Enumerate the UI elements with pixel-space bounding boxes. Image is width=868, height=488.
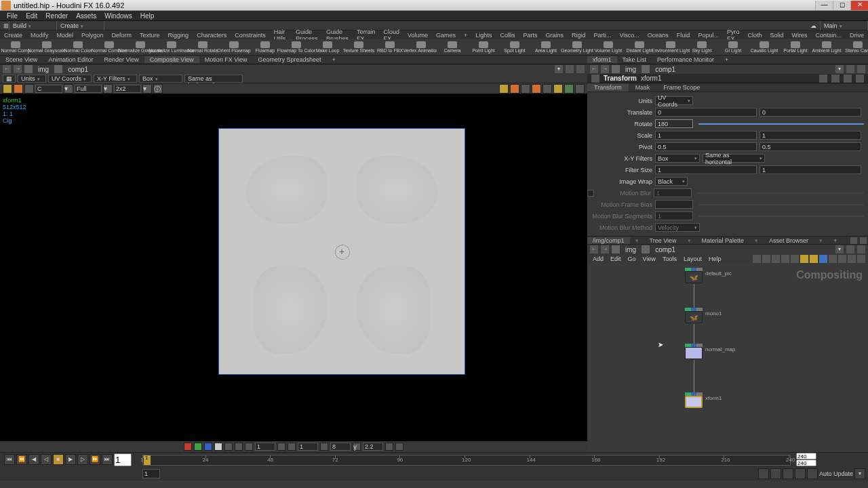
link-icon[interactable] [576, 65, 585, 73]
nettab[interactable]: /img/comp1 [587, 237, 630, 244]
net-icon[interactable] [762, 255, 770, 263]
shelftab[interactable]: Polygon [77, 32, 108, 39]
text-icon[interactable] [395, 443, 403, 451]
shelftab[interactable]: Create [0, 32, 26, 39]
info-icon[interactable] [856, 75, 864, 83]
back-button[interactable]: ← [590, 65, 598, 73]
shelf-tool[interactable]: Texture Sheets [343, 40, 374, 55]
stop[interactable]: ■ [53, 454, 64, 465]
parmtab[interactable]: Performance Monitor [652, 56, 719, 63]
history-dropdown[interactable]: ▾ [835, 245, 844, 253]
net-toggle[interactable] [860, 237, 867, 244]
breadcrumb[interactable]: comp1 [65, 66, 91, 73]
netmenu[interactable]: Help [706, 256, 724, 262]
translate-y[interactable] [760, 108, 861, 117]
menu-help[interactable]: Help [136, 12, 159, 20]
shelf-tool[interactable]: RBD to FBX [374, 40, 406, 55]
breadcrumb[interactable]: comp1 [652, 246, 678, 253]
gear-icon[interactable] [857, 255, 865, 263]
minimize-button[interactable]: — [815, 1, 833, 10]
lock-icon[interactable] [807, 468, 818, 479]
menu-render[interactable]: Render [41, 12, 72, 20]
node-name[interactable]: xform1 [641, 75, 662, 82]
breadcrumb[interactable]: img [623, 66, 639, 73]
link-icon[interactable] [857, 245, 865, 253]
pin-icon[interactable] [846, 65, 854, 73]
shelftab[interactable]: Games [432, 32, 460, 39]
info-icon[interactable]: ⓘ [153, 84, 163, 94]
parm-tab[interactable]: Mask [629, 83, 657, 92]
scale-y[interactable] [760, 131, 861, 140]
view-mode-icon[interactable]: ▦ [3, 75, 16, 83]
net-icon[interactable] [810, 255, 818, 263]
breadcrumb[interactable]: img [623, 246, 639, 253]
plane-input[interactable] [35, 85, 62, 93]
shelftab-add[interactable]: + [460, 32, 471, 39]
parmtab[interactable]: xform1 [587, 56, 617, 63]
dropdown-icon[interactable]: ▾ [854, 468, 865, 479]
rotate-slider[interactable] [698, 123, 864, 125]
value-input[interactable] [330, 443, 351, 451]
pivot-y[interactable] [760, 142, 861, 151]
end-frame-a[interactable] [796, 453, 816, 460]
shelftab[interactable]: Collis [496, 32, 519, 39]
uvcoords-select[interactable]: UV Coords [48, 75, 92, 83]
shelftab[interactable]: Lights [471, 32, 496, 39]
shelf-tool[interactable]: Normalize Luminance [156, 40, 187, 55]
toggle-icon[interactable] [553, 84, 563, 94]
value-input[interactable] [255, 443, 275, 451]
composite-viewport[interactable]: xform1 512x512 1: 1 Cig [0, 94, 587, 441]
slider-icon[interactable] [277, 443, 285, 451]
main-dropdown[interactable]: Main [821, 21, 868, 30]
shelftab[interactable]: Parts [519, 32, 541, 39]
toggle-icon[interactable] [564, 84, 574, 94]
shelftab[interactable]: Solid [766, 32, 787, 39]
cloud-icon[interactable]: ☁ [807, 21, 821, 30]
viewtab[interactable]: Render View [98, 56, 144, 63]
nettab[interactable]: Asset Browser [764, 237, 814, 244]
menu-windows[interactable]: Windows [100, 12, 136, 20]
shelftab[interactable]: Characters [193, 32, 231, 39]
shelf-tool[interactable]: Point Light [468, 40, 499, 55]
gear-icon[interactable] [819, 75, 827, 83]
viewtab[interactable]: Animation Editor [43, 56, 98, 63]
shelf-tool[interactable]: Area Light [530, 40, 561, 55]
net-icon[interactable] [772, 255, 780, 263]
help-icon[interactable] [844, 75, 852, 83]
horiz-select[interactable]: Same as horizontal [184, 75, 243, 83]
shelf-tool[interactable]: Orient Flowmap [218, 40, 250, 55]
end-frame-b[interactable] [796, 460, 816, 466]
play-back[interactable]: ◁ [41, 454, 52, 465]
viewtab[interactable]: Composite View [144, 56, 199, 63]
back-button[interactable]: ← [3, 65, 11, 73]
wrap-select[interactable]: Black [655, 177, 688, 186]
back-button[interactable]: ← [590, 245, 598, 253]
prev-key[interactable]: ⏪ [16, 454, 27, 465]
box-select[interactable]: Box [139, 75, 182, 83]
shelftab[interactable]: Wires [787, 32, 811, 39]
shelftab[interactable]: Model [53, 32, 78, 39]
link-icon[interactable] [857, 65, 865, 73]
shelftab[interactable]: Fluid [673, 32, 694, 39]
net-icon[interactable] [791, 255, 799, 263]
bright-icon[interactable] [288, 443, 296, 451]
shelf-tool[interactable]: GI Light [717, 40, 749, 55]
menu-assets[interactable]: Assets [72, 12, 100, 20]
shelf-tool[interactable]: Camera [437, 40, 468, 55]
network-view[interactable]: Compositing ➤ 🦋default_pic🦋mono1normal_m… [587, 264, 868, 452]
shelf-tool[interactable]: Ambient Light [811, 40, 842, 55]
timeline-track[interactable]: 1 124487296120144168192216240 [142, 455, 791, 466]
auto-update[interactable]: Auto Update [819, 470, 853, 477]
first-frame[interactable]: ⏮ [4, 454, 15, 465]
shelf-tool[interactable]: Environment Light [655, 40, 686, 55]
parmtab[interactable]: Take List [617, 56, 652, 63]
breadcrumb[interactable]: img [35, 66, 52, 73]
net-icon[interactable] [838, 255, 846, 263]
history-dropdown[interactable]: ▾ [835, 65, 844, 73]
grid-icon[interactable] [235, 443, 243, 451]
forward-button[interactable]: → [601, 65, 609, 73]
toggle-icon[interactable] [542, 84, 552, 94]
reload-icon[interactable] [831, 75, 840, 83]
shelf-tool[interactable]: Caustic Light [749, 40, 780, 55]
netmenu[interactable]: Tools [660, 256, 679, 262]
